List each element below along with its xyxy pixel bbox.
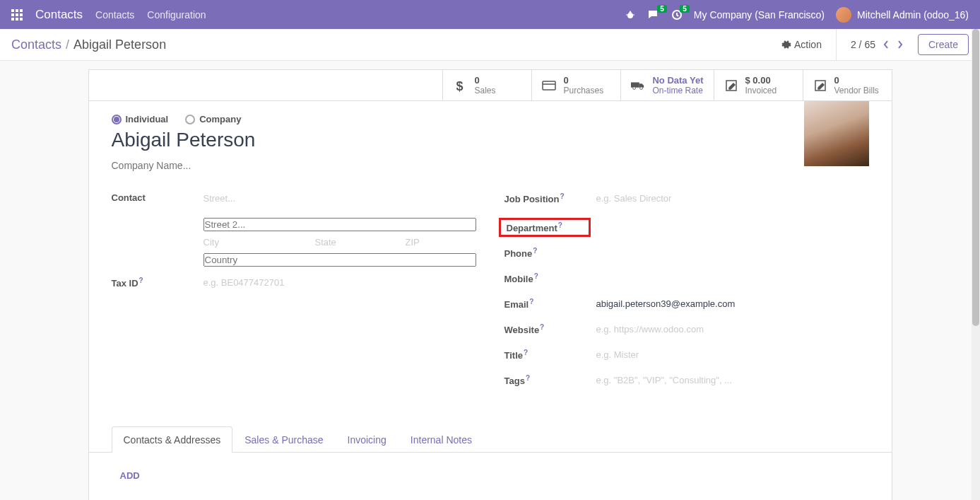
zip-input[interactable] <box>406 237 448 248</box>
create-button[interactable]: Create <box>918 34 969 55</box>
phone-label: Phone? <box>504 247 596 259</box>
pager-next[interactable] <box>897 40 904 50</box>
breadcrumb-sep: / <box>66 37 69 52</box>
activities-badge: 5 <box>680 5 690 13</box>
pager-prev[interactable] <box>882 40 890 50</box>
city-input[interactable] <box>203 237 309 248</box>
email-label: Email? <box>504 298 596 310</box>
breadcrumb-bar: Contacts / Abigail Peterson Action 2 / 6… <box>0 29 980 61</box>
pager-count: 2 / 65 <box>851 39 875 50</box>
email-input[interactable] <box>596 298 869 309</box>
radio-icon <box>112 115 122 124</box>
taxid-input[interactable] <box>203 277 476 288</box>
website-label: Website? <box>504 323 596 335</box>
breadcrumb: Contacts / Abigail Peterson <box>11 37 166 52</box>
company-switcher[interactable]: My Company (San Francisco) <box>694 9 825 21</box>
messages-icon[interactable]: 5 <box>647 9 660 21</box>
tab-contacts-addresses[interactable]: Contacts & Addresses <box>112 426 233 453</box>
mobile-label: Mobile? <box>504 272 596 284</box>
contact-label: Contact <box>112 192 203 203</box>
country-input[interactable] <box>203 253 476 267</box>
dollar-icon: $ <box>453 79 467 93</box>
activities-icon[interactable]: 5 <box>671 9 683 21</box>
radio-individual[interactable]: Individual <box>112 114 169 124</box>
phone-input[interactable] <box>596 248 869 258</box>
taxid-label: Tax ID? <box>112 277 203 289</box>
svg-point-8 <box>633 86 636 89</box>
svg-rect-7 <box>631 82 639 87</box>
street2-input[interactable] <box>203 218 476 231</box>
radio-company[interactable]: Company <box>185 114 241 124</box>
tab-content: ADD <box>89 453 892 498</box>
stat-purchases[interactable]: 0Purchases <box>531 70 620 100</box>
breadcrumb-root[interactable]: Contacts <box>11 37 61 52</box>
pager: 2 / 65 <box>836 29 904 61</box>
action-button[interactable]: Action <box>781 39 822 50</box>
website-input[interactable] <box>596 324 869 335</box>
stat-ontime[interactable]: No Data YetOn-time Rate <box>620 70 713 100</box>
state-input[interactable] <box>315 237 400 248</box>
name-input[interactable] <box>112 129 536 151</box>
job-position-input[interactable] <box>596 193 869 204</box>
content-scroll[interactable]: $ 0Sales 0Purchases No Data YetOn-time R… <box>0 61 980 500</box>
pencil-square-icon <box>724 79 738 93</box>
tags-input[interactable] <box>596 375 869 385</box>
mobile-input[interactable] <box>596 273 869 284</box>
top-navbar: Contacts Contacts Configuration 5 5 My C… <box>0 0 980 29</box>
scrollbar-thumb[interactable] <box>972 29 979 326</box>
title-label: Title? <box>504 349 596 361</box>
user-name: Mitchell Admin (odoo_16) <box>857 9 969 21</box>
contact-avatar[interactable] <box>804 101 869 166</box>
company-name-input[interactable] <box>112 160 324 171</box>
left-column: Contact Tax ID? <box>112 192 476 400</box>
department-input[interactable] <box>591 219 869 229</box>
apps-icon[interactable] <box>11 9 23 21</box>
street-input[interactable] <box>203 193 476 204</box>
messages-badge: 5 <box>657 5 667 13</box>
svg-point-9 <box>640 86 643 89</box>
job-position-label: Job Position? <box>504 192 596 204</box>
right-column: Job Position? Department? Phone? Mobile? <box>504 192 869 400</box>
radio-icon <box>185 115 195 124</box>
svg-text:$: $ <box>456 79 464 92</box>
breadcrumb-current: Abigail Peterson <box>73 37 166 52</box>
department-label: Department? <box>499 218 591 237</box>
app-title: Contacts <box>35 8 83 22</box>
tabs: Contacts & Addresses Sales & Purchase In… <box>89 426 892 453</box>
title-input[interactable] <box>596 349 869 360</box>
add-button[interactable]: ADD <box>120 470 140 481</box>
tab-invoicing[interactable]: Invoicing <box>336 426 399 453</box>
svg-rect-5 <box>543 81 555 90</box>
nav-link-configuration[interactable]: Configuration <box>147 9 206 21</box>
user-menu[interactable]: Mitchell Admin (odoo_16) <box>836 7 969 23</box>
stat-invoiced[interactable]: $ 0.00Invoiced <box>714 70 803 100</box>
truck-icon <box>631 79 645 93</box>
stat-row: $ 0Sales 0Purchases No Data YetOn-time R… <box>89 70 892 101</box>
tab-internal-notes[interactable]: Internal Notes <box>399 426 484 453</box>
credit-card-icon <box>542 79 556 93</box>
stat-sales[interactable]: $ 0Sales <box>442 70 531 100</box>
user-avatar-icon <box>836 7 851 23</box>
form-sheet: $ 0Sales 0Purchases No Data YetOn-time R… <box>88 69 892 500</box>
tags-label: Tags? <box>504 374 596 386</box>
tab-sales-purchase[interactable]: Sales & Purchase <box>232 426 335 453</box>
nav-link-contacts[interactable]: Contacts <box>95 9 134 21</box>
pencil-square-icon <box>813 79 827 93</box>
stat-vendor-bills[interactable]: 0Vendor Bills <box>803 70 892 100</box>
svg-point-0 <box>627 13 633 18</box>
gear-icon <box>781 40 791 50</box>
form-body: Individual Company Contact <box>89 101 892 412</box>
bug-icon[interactable] <box>625 9 636 21</box>
